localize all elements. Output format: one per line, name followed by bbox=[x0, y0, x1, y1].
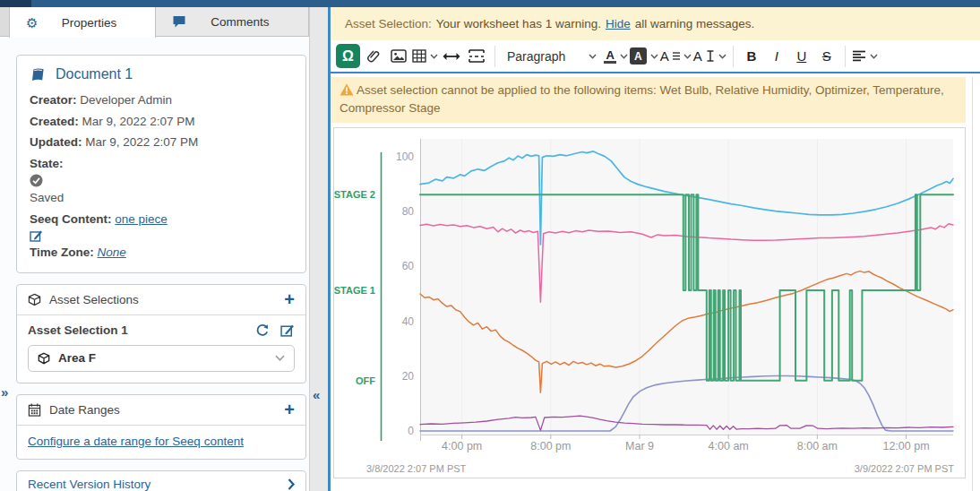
state-value: Saved bbox=[30, 191, 64, 204]
page-break-button[interactable] bbox=[465, 44, 488, 69]
font-size-button[interactable]: A bbox=[693, 44, 726, 69]
chevron-down-icon bbox=[650, 54, 658, 59]
insert-seeq-content-button[interactable]: Ω bbox=[336, 44, 360, 68]
y-tick-label: 0 bbox=[408, 425, 414, 437]
time-zone-link[interactable]: None bbox=[98, 246, 126, 259]
recent-version-history-label: Recent Version History bbox=[28, 478, 150, 491]
document-card: Document 1 Creator: Developer Admin Crea… bbox=[16, 55, 306, 273]
underline-button[interactable]: U bbox=[790, 44, 813, 69]
font-color-button[interactable]: A bbox=[604, 44, 627, 69]
asset-dropdown-value: Area F bbox=[58, 351, 96, 365]
font-family-button[interactable]: A bbox=[660, 44, 692, 69]
font-family-icon: A bbox=[660, 48, 669, 64]
toolbar-separator bbox=[733, 46, 734, 67]
hide-warnings-link[interactable]: Hide bbox=[606, 17, 631, 30]
cube-icon bbox=[38, 352, 50, 365]
panel-splitter[interactable]: « bbox=[309, 7, 328, 491]
x-tick-label: 12:00 pm bbox=[882, 440, 929, 452]
chevron-down-icon bbox=[718, 54, 726, 59]
refresh-icon[interactable] bbox=[255, 323, 270, 338]
tab-properties-label: Properties bbox=[47, 16, 154, 30]
date-ranges-title: Date Ranges bbox=[49, 403, 120, 417]
tab-comments-label: Comments bbox=[195, 15, 308, 29]
stage-label: STAGE 2 bbox=[334, 189, 375, 200]
creator-value: Developer Admin bbox=[80, 93, 172, 107]
align-left-icon bbox=[852, 50, 866, 62]
gear-icon: ⚙ bbox=[26, 16, 38, 30]
strikethrough-button[interactable]: S bbox=[815, 44, 838, 69]
x-tick-label: 4:00 pm bbox=[442, 440, 482, 452]
banner-prefix: Asset Selection: bbox=[345, 17, 432, 30]
editor-toolbar: Ω bbox=[331, 40, 980, 73]
tab-properties[interactable]: ⚙ Properties bbox=[9, 7, 156, 38]
warning-triangle-icon bbox=[340, 83, 354, 96]
journal-icon bbox=[30, 67, 47, 82]
top-header-dark-segment bbox=[0, 0, 31, 7]
italic-button[interactable]: I bbox=[765, 44, 788, 69]
toolbar-separator bbox=[845, 46, 846, 67]
y-tick-label: 20 bbox=[402, 370, 415, 383]
asset-selection-row: Asset Selection 1 bbox=[28, 323, 295, 338]
asset-dropdown[interactable]: Area F bbox=[28, 345, 295, 372]
asset-selection-warning-text: Asset selection cannot be applied to the… bbox=[340, 83, 944, 115]
stage-label: STAGE 1 bbox=[334, 285, 375, 296]
paragraph-style-dropdown[interactable]: Paragraph bbox=[502, 44, 602, 69]
toolbar-separator bbox=[494, 46, 495, 67]
table-icon bbox=[412, 49, 426, 63]
insert-link-button[interactable] bbox=[362, 44, 385, 69]
updated-label: Updated: bbox=[30, 135, 82, 149]
alignment-button[interactable] bbox=[852, 44, 878, 69]
y-tick-label: 100 bbox=[396, 151, 414, 163]
highlight-color-icon: A bbox=[630, 47, 647, 65]
date-ranges-card: Date Ranges + Configure a date range for… bbox=[16, 394, 306, 460]
bold-button[interactable]: B bbox=[740, 44, 763, 69]
font-size-icon: A bbox=[693, 48, 702, 64]
y-tick-label: 40 bbox=[402, 315, 415, 328]
expand-data-panel-button[interactable]: » bbox=[1, 384, 8, 400]
time-zone-row: Time Zone: None bbox=[30, 242, 293, 263]
x-tick-label: 8:00 am bbox=[797, 440, 838, 452]
configure-date-range-link[interactable]: Configure a date range for Seeq content bbox=[17, 426, 305, 459]
scrollbar-track[interactable] bbox=[972, 77, 973, 491]
state-row: State: Saved bbox=[30, 153, 293, 209]
stage-label: OFF bbox=[356, 375, 375, 386]
asset-selections-title: Asset Selections bbox=[49, 293, 139, 306]
chevron-down-icon bbox=[275, 355, 285, 361]
paragraph-style-value: Paragraph bbox=[507, 49, 565, 64]
add-asset-selection-button[interactable]: + bbox=[284, 293, 295, 306]
edit-icon[interactable] bbox=[30, 229, 43, 242]
insert-image-button[interactable] bbox=[387, 44, 410, 69]
chevron-down-icon bbox=[683, 54, 692, 59]
top-header-bar bbox=[0, 0, 980, 7]
add-date-range-button[interactable]: + bbox=[284, 403, 295, 416]
time-zone-label: Time Zone: bbox=[30, 246, 94, 259]
x-tick-label: Mar 9 bbox=[625, 440, 654, 452]
text-lines-icon bbox=[673, 52, 680, 60]
saved-check-icon bbox=[30, 174, 43, 187]
tab-comments[interactable]: Comments bbox=[156, 7, 309, 36]
asset-selection-name: Asset Selection 1 bbox=[28, 323, 128, 337]
link-icon bbox=[366, 49, 381, 64]
collapse-panel-button[interactable]: « bbox=[313, 387, 320, 402]
y-tick-label: 60 bbox=[402, 260, 415, 272]
recent-version-history-button[interactable]: Recent Version History bbox=[16, 470, 306, 491]
updated-row: Updated: Mar 9, 2022 2:07 PM bbox=[30, 132, 293, 153]
asset-selection-warning: Asset selection cannot be applied to the… bbox=[331, 77, 966, 123]
chevron-down-icon bbox=[870, 54, 878, 59]
insert-table-button[interactable] bbox=[412, 44, 438, 69]
edit-icon[interactable] bbox=[280, 323, 295, 337]
seeq-content-link[interactable]: one piece bbox=[115, 212, 168, 226]
chevron-right-icon bbox=[288, 478, 295, 490]
trend-chart[interactable]: 020406080100STAGE 2STAGE 1OFF4:00 pm8:00… bbox=[333, 127, 966, 478]
page-break-icon bbox=[469, 49, 485, 63]
banner-suffix: all warning messages. bbox=[635, 17, 755, 30]
full-width-button[interactable] bbox=[440, 44, 463, 69]
plot-background bbox=[420, 139, 953, 435]
document-title-row: Document 1 bbox=[30, 66, 293, 82]
highlight-color-button[interactable]: A bbox=[630, 44, 658, 69]
app-window: ⚙ Properties Comments Document 1 Creator… bbox=[0, 0, 980, 491]
chevron-down-icon bbox=[589, 54, 597, 59]
trend-chart-svg: 020406080100STAGE 2STAGE 1OFF4:00 pm8:00… bbox=[334, 128, 965, 478]
creator-label: Creator: bbox=[30, 93, 77, 107]
worksheet-region: Asset Selection: Your worksheet has 1 wa… bbox=[331, 7, 980, 491]
